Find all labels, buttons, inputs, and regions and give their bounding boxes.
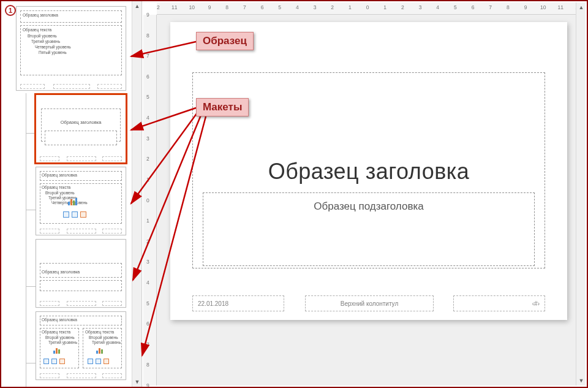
slide-canvas[interactable]: Образец заголовка Образец подзаголовка 2… [170, 22, 567, 320]
horizontal-ruler[interactable]: 1211109876543210123456789101112 [157, 2, 576, 15]
annotation-label-layouts: Макеты [196, 98, 249, 116]
annotation-label-master: Образец [196, 32, 254, 50]
subtitle-placeholder[interactable]: Образец подзаголовка [203, 192, 535, 266]
annotation-circle-1: 1 [5, 5, 16, 16]
layout-thumbnail-section[interactable]: Образец заголовка [36, 239, 126, 308]
footer-number-text: ‹#› [532, 300, 540, 307]
title-placeholder-text: Образец заголовка [193, 159, 545, 184]
master-body-label: Образец текста [23, 28, 51, 32]
footer-center-text: Верхний колонтитул [341, 300, 399, 307]
footer-number-placeholder[interactable]: ‹#› [453, 295, 545, 311]
footer-center-placeholder[interactable]: Верхний колонтитул [305, 295, 434, 311]
scroll-up-icon[interactable]: ▲ [576, 2, 586, 12]
scroll-down-icon[interactable]: ▼ [576, 376, 586, 386]
scroll-down-icon[interactable]: ▼ [132, 377, 142, 387]
editor-scrollbar[interactable]: ▲ ▼ [576, 2, 586, 386]
master-slide-thumbnail[interactable]: Образец заголовка Образец текста Второй … [16, 6, 126, 91]
scroll-up-icon[interactable]: ▲ [132, 1, 142, 11]
footer-date-text: 22.01.2018 [198, 300, 228, 307]
thumbnail-scrollbar[interactable]: ▲ ▼ [132, 1, 141, 387]
layout-thumbnail-title[interactable]: Образец заголовка [36, 94, 126, 163]
layout-thumbnail-content[interactable]: Образец заголовка Образец текста Второй … [36, 167, 126, 235]
vertical-ruler[interactable]: 9876543210123456789 [143, 15, 157, 386]
slide-editor-area: Образец заголовка Образец подзаголовка 2… [157, 15, 576, 386]
master-title-label: Образец заголовка [23, 13, 58, 18]
layout-title-label: Образец заголовка [36, 120, 126, 126]
layout-thumbnail-two-content[interactable]: Образец заголовка Образец текста Второй … [36, 311, 126, 380]
footer-date-placeholder[interactable]: 22.01.2018 [192, 295, 284, 311]
slide-master-thumbnail-panel: ▲ ▼ Образец заголовка Образец текста Вто… [1, 1, 142, 387]
subtitle-placeholder-text: Образец подзаголовка [203, 200, 534, 213]
